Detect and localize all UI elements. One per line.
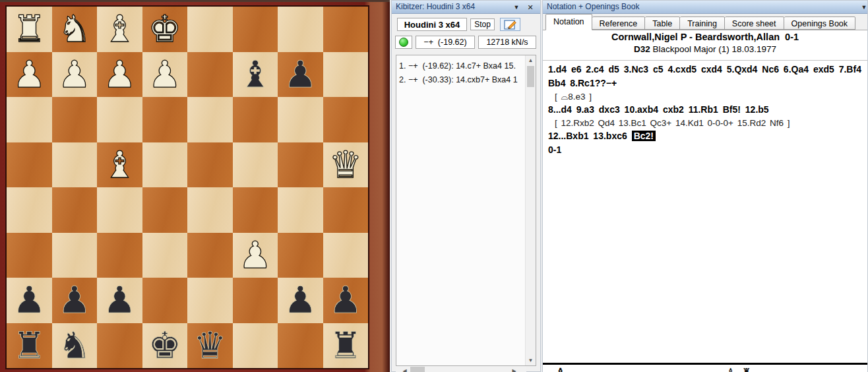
tab-training[interactable]: Training (680, 16, 725, 30)
square[interactable] (278, 323, 323, 369)
speed-display[interactable]: 12718 kN/s (478, 36, 536, 49)
scroll-left-icon[interactable]: ◀ (400, 366, 410, 372)
square[interactable] (233, 142, 278, 188)
piece-bB-c2[interactable]: ♝ (233, 52, 278, 98)
square[interactable] (187, 233, 233, 278)
square[interactable] (233, 7, 278, 52)
close-icon[interactable]: ✕ (525, 1, 536, 14)
square[interactable] (233, 187, 278, 233)
square[interactable] (323, 187, 369, 233)
engine-line[interactable]: 1. −+ (-19.62): 14.c7+ Bxa4 15. (399, 59, 525, 73)
variation-line[interactable]: [ 12.Rxb2 Qd4 13.Bc1 Qc3+ 14.Kd1 0-0-0+ … (548, 117, 865, 129)
move-text[interactable]: [ ⌓8.e3 ] (555, 92, 592, 102)
square[interactable] (323, 97, 369, 142)
tab-table[interactable]: Table (645, 16, 680, 30)
piece-bP-f7[interactable]: ♟ (97, 278, 142, 323)
square[interactable] (7, 233, 52, 278)
piece-wN-g1[interactable]: ♞ (52, 7, 98, 52)
scroll-up-icon[interactable]: ▲ (526, 55, 536, 65)
square[interactable] (52, 187, 98, 233)
square[interactable] (97, 187, 142, 233)
scroll-right-icon[interactable]: ▶ (509, 366, 519, 372)
engine-name-button[interactable]: Houdini 3 x64 (397, 18, 467, 31)
square[interactable] (187, 278, 233, 323)
tab-openings-book[interactable]: Openings Book (784, 16, 855, 30)
square[interactable] (52, 233, 98, 278)
main-line[interactable]: Bb4 8.Rc1??−+ (548, 77, 865, 90)
piece-bR-a8[interactable]: ♜ (323, 323, 369, 369)
move-list[interactable]: 1.d4 e6 2.c4 d5 3.Nc3 c5 4.cxd5 cxd4 5.Q… (548, 63, 865, 157)
piece-bP-a7[interactable]: ♟ (323, 278, 369, 323)
piece-bK-e8[interactable]: ♚ (142, 323, 188, 369)
piece-bN-g8[interactable]: ♞ (52, 323, 98, 369)
piece-bP-h7[interactable]: ♟ (7, 278, 52, 323)
square[interactable] (187, 97, 233, 142)
square[interactable] (7, 97, 52, 142)
square[interactable] (323, 7, 369, 52)
square[interactable] (278, 142, 323, 188)
square[interactable] (187, 142, 233, 188)
move-text[interactable]: 1.d4 e6 2.c4 d5 3.Nc3 c5 4.cxd5 cxd4 5.Q… (548, 64, 861, 75)
stop-button[interactable]: Stop (470, 18, 495, 30)
move-text[interactable]: Bb4 8.Rc1??−+ (548, 78, 617, 88)
square[interactable] (233, 323, 278, 369)
move-text[interactable]: [ 12.Rxb2 Qd4 13.Bc1 Qc3+ 14.Kd1 0-0-0+ … (555, 118, 790, 128)
piece-wK-e1[interactable]: ♚ (142, 7, 188, 52)
square[interactable] (97, 323, 142, 369)
square[interactable] (142, 233, 188, 278)
square[interactable] (278, 187, 323, 233)
move-text[interactable]: 8...d4 9.a3 dxc3 10.axb4 cxb2 11.Rb1 Bf5… (548, 104, 769, 115)
tab-score-sheet[interactable]: Score sheet (725, 16, 784, 30)
piece-bP-b7[interactable]: ♟ (278, 278, 323, 323)
piece-wP-f2[interactable]: ♟ (97, 52, 142, 98)
piece-wP-e2[interactable]: ♟ (142, 52, 188, 98)
scrollbar-thumb[interactable] (410, 367, 425, 372)
square[interactable] (323, 52, 369, 98)
move-text[interactable]: 0-1 (548, 144, 561, 155)
engine-status-button[interactable] (395, 36, 412, 49)
piece-bP-b2[interactable]: ♟ (278, 52, 323, 98)
main-line[interactable]: 12...Bxb1 13.bxc6 Bc2! (548, 129, 865, 143)
move-text[interactable]: 12...Bxb1 13.bxc6 (548, 131, 632, 141)
square[interactable] (187, 52, 233, 98)
square[interactable] (142, 187, 188, 233)
square[interactable] (97, 233, 142, 278)
square[interactable] (233, 97, 278, 142)
piece-wQ-a4[interactable]: ♛ (323, 142, 369, 188)
engine-analysis-list[interactable]: 1. −+ (-19.62): 14.c7+ Bxa4 15.2. −+ (-3… (396, 55, 536, 366)
square[interactable] (142, 278, 188, 323)
piece-bQ-d8[interactable]: ♛ (187, 323, 233, 369)
piece-wP-h2[interactable]: ♟ (7, 52, 52, 98)
notation-titlebar[interactable]: Notation + Openings Book ▼ (543, 1, 867, 14)
current-move-highlight[interactable]: Bc2! (632, 131, 656, 141)
square[interactable] (7, 187, 52, 233)
scrollbar-thumb[interactable] (527, 66, 534, 87)
piece-wP-g2[interactable]: ♟ (52, 52, 98, 98)
square[interactable] (7, 142, 52, 188)
tab-notation[interactable]: Notation (545, 14, 592, 30)
square[interactable] (142, 97, 188, 142)
chevron-down-icon[interactable]: ▼ (859, 1, 867, 14)
square[interactable] (278, 97, 323, 142)
vertical-scrollbar[interactable]: ▲ ▼ (525, 55, 536, 365)
tab-reference[interactable]: Reference (592, 16, 646, 30)
square[interactable] (187, 7, 233, 52)
chevron-down-icon[interactable]: ▼ (511, 1, 522, 14)
square[interactable] (278, 233, 323, 278)
square[interactable] (233, 278, 278, 323)
variation-line[interactable]: [ ⌓8.e3 ] (548, 90, 865, 103)
kibitzer-titlebar[interactable]: Kibitzer: Houdini 3 x64 ▼ ✕ (392, 1, 540, 14)
piece-bP-g7[interactable]: ♟ (52, 278, 98, 323)
piece-wB-f1[interactable]: ♝ (97, 7, 142, 52)
evaluation-display[interactable]: −+ (-19.62) (416, 36, 475, 49)
square[interactable] (52, 142, 98, 188)
main-line[interactable]: 1.d4 e6 2.c4 d5 3.Nc3 c5 4.cxd5 cxd4 5.Q… (548, 63, 865, 77)
square[interactable] (187, 187, 233, 233)
scroll-down-icon[interactable]: ▼ (526, 356, 536, 365)
chess-board[interactable]: ♜♞♝♚♟♟♟♟♝♟♝♛♟♟♟♟♟♟♜♞♚♛♜ (7, 7, 368, 368)
square[interactable] (52, 97, 98, 142)
horizontal-scrollbar[interactable]: ◀ ▶ (396, 366, 526, 372)
square[interactable] (97, 97, 142, 142)
piece-wR-h1[interactable]: ♜ (7, 7, 52, 52)
square[interactable] (278, 7, 323, 52)
